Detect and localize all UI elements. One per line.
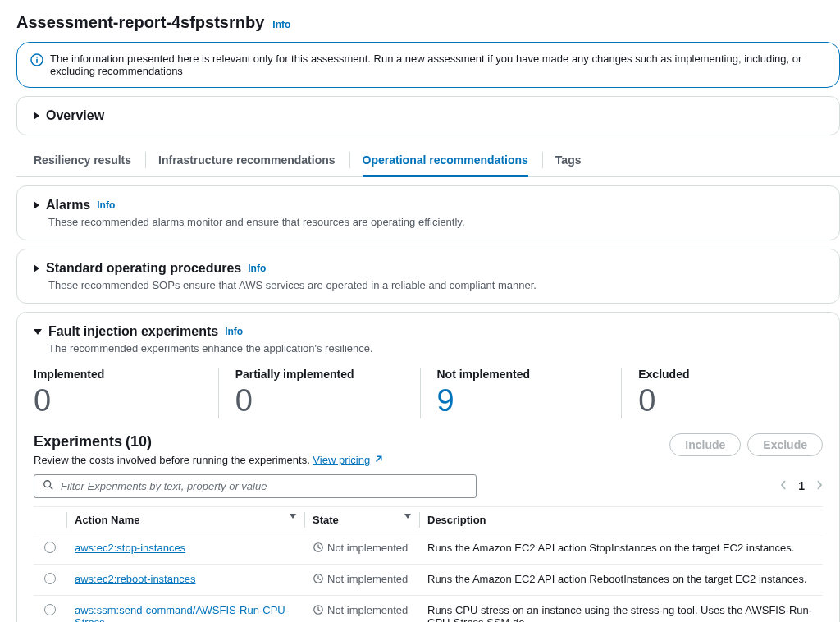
info-banner: The information presented here is releva… (16, 42, 840, 88)
description-text: Runs the Amazon EC2 API action StopInsta… (419, 533, 823, 564)
sop-panel[interactable]: Standard operating procedures Info These… (16, 249, 840, 304)
exclude-button[interactable]: Exclude (747, 433, 823, 456)
description-text: Runs CPU stress on an instance using the… (419, 595, 823, 622)
stat-excluded-label: Excluded (638, 368, 806, 381)
fault-info-link[interactable]: Info (225, 326, 243, 337)
fault-injection-panel: Fault injection experiments Info The rec… (16, 312, 840, 622)
tab-infrastructure-recommendations[interactable]: Infrastructure recommendations (158, 144, 336, 176)
stat-partial-label: Partially implemented (235, 368, 404, 381)
tab-tags[interactable]: Tags (555, 144, 582, 176)
sop-title: Standard operating procedures (46, 261, 241, 276)
info-banner-text: The information presented here is releva… (50, 53, 826, 77)
svg-point-1 (36, 57, 38, 58)
search-icon (43, 479, 54, 493)
tabs: Resiliency results Infrastructure recomm… (16, 144, 840, 177)
action-link[interactable]: aws:ssm:send-command/AWSFIS-Run-CPU-Stre… (75, 604, 289, 622)
sort-icon (404, 514, 411, 519)
row-radio[interactable] (44, 542, 56, 553)
tab-resiliency-results[interactable]: Resiliency results (33, 144, 131, 176)
experiments-subtext: Review the costs involved before running… (34, 454, 313, 466)
filter-input[interactable] (61, 480, 468, 492)
caret-right-icon (34, 264, 39, 272)
fault-injection-header[interactable]: Fault injection experiments Info (34, 324, 823, 339)
stat-not-label: Not implemented (437, 368, 605, 381)
state-text: Not implemented (327, 604, 408, 616)
info-icon (30, 53, 43, 69)
table-row: aws:ec2:stop-instancesNot implementedRun… (34, 533, 823, 564)
stats-row: Implemented 0 Partially implemented 0 No… (34, 368, 823, 418)
row-radio[interactable] (44, 573, 56, 584)
include-button[interactable]: Include (669, 433, 741, 456)
fault-desc: The recommended experiments enhance the … (48, 342, 823, 354)
svg-rect-2 (36, 59, 38, 63)
tab-operational-recommendations[interactable]: Operational recommendations (362, 144, 528, 176)
col-description: Description (419, 506, 823, 533)
alarms-title: Alarms (46, 198, 90, 213)
state-text: Not implemented (327, 542, 408, 554)
overview-panel[interactable]: Overview (16, 96, 840, 135)
caret-down-icon (34, 329, 42, 335)
stat-partial-value: 0 (235, 384, 404, 418)
sop-desc: These recommended SOPs ensure that AWS s… (48, 279, 823, 291)
svg-line-4 (50, 487, 53, 490)
pager-prev[interactable] (780, 479, 787, 492)
action-link[interactable]: aws:ec2:reboot-instances (75, 573, 195, 585)
stat-implemented-label: Implemented (34, 368, 202, 381)
col-state[interactable]: State (304, 506, 419, 533)
fault-title: Fault injection experiments (48, 324, 218, 339)
col-action-name[interactable]: Action Name (66, 506, 304, 533)
external-link-icon (373, 455, 383, 464)
page-title: Assessment-report-4sfpstsrnby (16, 13, 264, 32)
pagination: 1 (780, 479, 823, 492)
sort-icon (290, 514, 296, 519)
pager-next[interactable] (816, 479, 823, 492)
experiments-title: Experiments (34, 433, 122, 450)
sop-info-link[interactable]: Info (248, 263, 266, 274)
filter-box[interactable] (34, 474, 477, 498)
page-info-link[interactable]: Info (272, 19, 290, 30)
table-row: aws:ec2:reboot-instancesNot implementedR… (34, 564, 823, 595)
svg-point-3 (44, 481, 51, 487)
alarms-panel[interactable]: Alarms Info These recommended alarms mon… (16, 185, 840, 240)
stat-implemented-value: 0 (34, 384, 202, 418)
alarms-desc: These recommended alarms monitor and ens… (48, 216, 823, 228)
experiments-count: (10) (126, 433, 152, 450)
caret-right-icon (34, 112, 39, 120)
state-text: Not implemented (327, 573, 408, 585)
clock-icon (313, 542, 324, 553)
alarms-info-link[interactable]: Info (97, 199, 115, 211)
clock-icon (313, 573, 324, 584)
overview-title: Overview (46, 108, 104, 123)
stat-excluded-value: 0 (638, 384, 806, 418)
row-radio[interactable] (44, 604, 56, 615)
table-row: aws:ssm:send-command/AWSFIS-Run-CPU-Stre… (34, 595, 823, 622)
pager-page: 1 (798, 479, 805, 492)
action-link[interactable]: aws:ec2:stop-instances (75, 542, 185, 554)
stat-not-value[interactable]: 9 (437, 384, 605, 418)
description-text: Runs the Amazon EC2 API action RebootIns… (419, 564, 823, 595)
clock-icon (313, 604, 324, 615)
view-pricing-link[interactable]: View pricing (313, 454, 370, 466)
experiments-table: Action Name State Description aws:ec2:st… (34, 506, 823, 622)
caret-right-icon (34, 201, 39, 209)
